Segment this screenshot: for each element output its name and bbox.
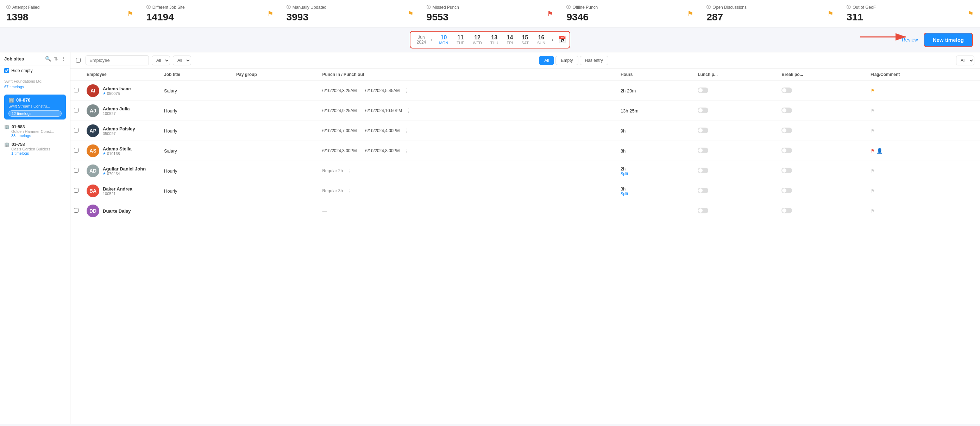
emp-id-adams-julia: 100527 [103,111,130,116]
break-toggle-adams-julia[interactable] [781,108,792,113]
punch-menu-adams-isaac[interactable]: ⋮ [403,87,409,94]
day-16[interactable]: 16 SUN [533,34,549,46]
prev-week-button[interactable]: ‹ [429,36,435,43]
regular-label-aguilar-daniel: Regular 2h [322,168,343,173]
break-cell [778,101,867,121]
punch-menu-aguilar-daniel[interactable]: ⋮ [347,168,353,174]
day-13-num: 13 [491,35,497,41]
site-01758-timelogs[interactable]: 1 timelogs [11,151,66,155]
stat-card-open-discussions: ⓘ Open Discussions 287 ⚑ [700,0,840,27]
new-timelog-button[interactable]: New timelog [924,33,973,47]
flag-comment-filter[interactable]: All [956,55,974,65]
punch-menu-adams-paisley[interactable]: ⋮ [403,128,409,134]
break-toggle-adams-stella[interactable] [781,147,792,153]
lunch-toggle-adams-paisley[interactable] [698,128,708,133]
avatar-adams-isaac: AI [87,84,99,97]
filter-has-entry-button[interactable]: Has entry [580,56,608,65]
emp-name-adams-julia: Adams Julia [103,106,130,111]
table-row: DD Duarte Daisy —⚑ [70,201,980,221]
hide-empty-checkbox[interactable] [4,68,9,73]
stat-num-open: 287 [706,12,747,23]
select-all-checkbox[interactable] [76,58,81,63]
flag-cell: ⚑ [867,121,980,141]
table-row: AD Aguilar Daniel John ★ 070434 Hourly R… [70,161,980,181]
flag-icon-open: ⚑ [827,10,834,18]
punch-out-adams-isaac: 6/10/2024,5:45AM [365,88,400,93]
break-cell [778,121,867,141]
day-10[interactable]: 10 MON [435,34,453,46]
site-timelogs-swift[interactable]: 67 timelogs [0,84,70,92]
site-item-01583[interactable]: 🏢 01-583 Golden Hammer Const... 33 timel… [0,122,70,140]
day-14[interactable]: 14 FRI [503,34,517,46]
pay-group-cell [233,81,318,101]
break-toggle-baker-andrea[interactable] [781,188,792,193]
stat-num-geo: 311 [846,12,876,23]
punch-out-adams-stella: 6/10/2024,8:00PM [365,148,400,153]
row-checkbox-adams-julia[interactable] [74,108,78,112]
employee-info: AJ Adams Julia 100527 [87,105,157,117]
emp-id-baker-andrea: 100521 [103,192,132,196]
lunch-cell [694,161,778,181]
break-toggle-adams-paisley[interactable] [781,128,792,133]
pay-group-cell [233,141,318,161]
review-link[interactable]: Review [902,37,918,43]
employee-info: BA Baker Andrea 100521 [87,185,157,197]
row-checkbox-aguilar-daniel[interactable] [74,168,78,173]
date-nav-bar: Jun2024 ‹ 10 MON 11 TUE 12 WED 13 THU 14… [0,27,980,52]
col-break: Break po... [778,68,867,81]
day-13[interactable]: 13 THU [486,34,503,46]
next-week-button[interactable]: › [549,36,555,43]
site-item-00878[interactable]: 🏢 00-878 Swift Streams Constru... 12 tim… [4,95,66,119]
day-12[interactable]: 12 WED [469,34,486,46]
punch-arrow-adams-stella: — [359,148,363,153]
punch-menu-adams-stella[interactable]: ⋮ [403,147,409,154]
row-checkbox-adams-isaac[interactable] [74,88,78,92]
row-checkbox-duarte-daisy[interactable] [74,208,78,213]
flag-icon-offline: ⚑ [687,10,694,18]
day-16-name: SUN [537,41,545,45]
punch-menu-adams-julia[interactable]: ⋮ [406,108,411,114]
stat-title-manual: Manually Updated [293,5,327,10]
pay-group-filter[interactable]: All [173,55,191,65]
lunch-toggle-baker-andrea[interactable] [698,188,708,193]
lunch-toggle-aguilar-daniel[interactable] [698,168,708,173]
job-title-cell: Salary [161,81,233,101]
filter-empty-button[interactable]: Empty [555,56,578,65]
entry-filter-group: All Empty Has entry [539,56,608,65]
split-link-baker-andrea[interactable]: Split [620,192,690,196]
filter-all-button[interactable]: All [539,56,554,65]
job-title-filter[interactable]: All [152,55,170,65]
site-item-01758-code: 🏢 01-758 [4,142,66,147]
day-15[interactable]: 15 SAT [517,34,533,46]
site-01583-timelogs[interactable]: 33 timelogs [11,133,66,138]
info-icon-offline: ⓘ [566,4,571,10]
emp-name-adams-stella: Adams Stella [103,146,132,152]
hours-cell: 3hSplit [617,181,694,201]
break-toggle-adams-isaac[interactable] [781,87,792,93]
job-title-cell: Salary [161,141,233,161]
lunch-toggle-adams-stella[interactable] [698,147,708,153]
flag-cell: ⚑ [867,101,980,121]
break-toggle-aguilar-daniel[interactable] [781,168,792,173]
row-checkbox-adams-paisley[interactable] [74,128,78,133]
site-item-01758[interactable]: 🏢 01-758 Oasis Garden Builders 1 timelog… [0,140,70,157]
more-icon[interactable]: ⋮ [61,56,66,62]
info-icon-missed: ⓘ [426,4,431,10]
lunch-toggle-duarte-daisy[interactable] [698,208,708,213]
lunch-cell [694,121,778,141]
table-wrapper: Employee Job title Pay group Punch in / … [70,68,980,424]
employee-search-input[interactable] [86,55,149,65]
break-toggle-duarte-daisy[interactable] [781,208,792,213]
lunch-toggle-adams-isaac[interactable] [698,87,708,93]
split-link-aguilar-daniel[interactable]: Split [620,171,690,176]
calendar-icon[interactable]: 📅 [558,36,566,44]
day-11[interactable]: 11 TUE [452,34,469,46]
row-checkbox-baker-andrea[interactable] [74,188,78,193]
stat-title-diff: Different Job Site [153,5,185,10]
punch-menu-baker-andrea[interactable]: ⋮ [347,188,353,194]
search-icon[interactable]: 🔍 [45,56,51,62]
row-checkbox-adams-stella[interactable] [74,148,78,152]
filter-icon[interactable]: ⇅ [54,56,58,62]
lunch-toggle-adams-julia[interactable] [698,108,708,113]
employee-cell: AD Aguilar Daniel John ★ 070434 [83,161,161,181]
